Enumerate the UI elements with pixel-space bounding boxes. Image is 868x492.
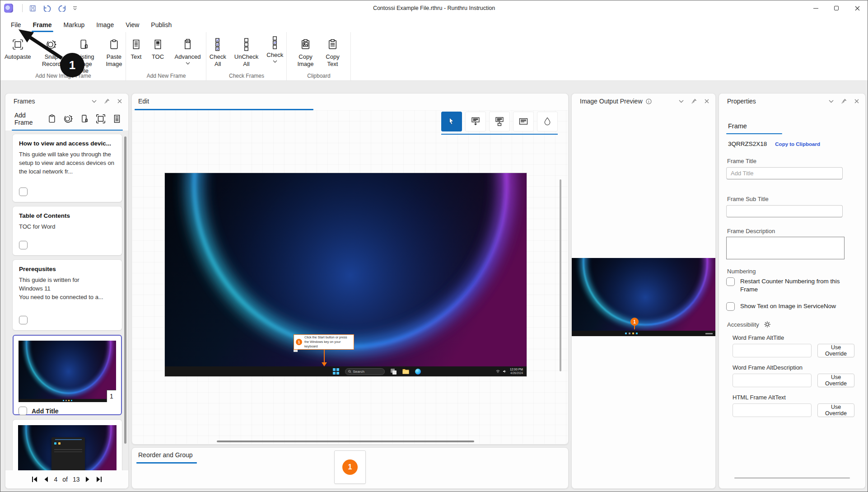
- textbox-tool-button[interactable]: [513, 112, 534, 131]
- frame-description-textarea[interactable]: [726, 237, 845, 259]
- autopaste-button[interactable]: Autopaste: [0, 36, 35, 61]
- chevron-down-icon[interactable]: [92, 100, 97, 103]
- last-page-icon[interactable]: [96, 476, 103, 483]
- html-alttext-input[interactable]: [733, 403, 812, 417]
- group-label-clipboard: Clipboard: [287, 73, 351, 79]
- blur-tool-button[interactable]: [537, 112, 558, 131]
- frame-card-5[interactable]: 2 Add Title: [13, 420, 122, 470]
- paste-image-icon: [108, 37, 120, 52]
- close-icon[interactable]: [705, 99, 709, 103]
- pin-icon[interactable]: [841, 98, 847, 104]
- copy-image-button[interactable]: Copy Image: [294, 36, 317, 68]
- html-alttext-label: HTML Frame AltText: [733, 394, 786, 401]
- preview-panel-header: Image Output Preview: [572, 94, 715, 109]
- gear-icon[interactable]: [764, 321, 771, 328]
- show-text-servicenow-checkbox[interactable]: [726, 302, 735, 311]
- menu-markup[interactable]: Markup: [58, 18, 91, 32]
- close-icon[interactable]: [117, 99, 122, 103]
- chevron-down-icon[interactable]: [829, 100, 834, 103]
- add-frame-file-button[interactable]: [79, 113, 89, 124]
- prev-page-icon[interactable]: [43, 476, 49, 483]
- callout-box[interactable]: 1 Click the Start button or press the Wi…: [294, 334, 354, 350]
- minimize-button[interactable]: [805, 0, 826, 16]
- add-frame-text-button[interactable]: [112, 113, 122, 124]
- frame-subtitle-label: Frame Sub Title: [727, 196, 769, 202]
- restart-numbering-label: Restart Counter Numbering from this Fram…: [740, 277, 857, 294]
- annotation-step-circle: 1: [60, 53, 84, 77]
- reorder-frame-item[interactable]: 1: [334, 450, 366, 484]
- properties-resize-grip[interactable]: [734, 478, 850, 478]
- copy-text-button[interactable]: Copy Text: [322, 36, 344, 68]
- taskbar-search-label: Search: [353, 370, 364, 374]
- quick-access-menu-button[interactable]: [73, 6, 77, 10]
- callout-arrow-icon: [470, 116, 481, 127]
- close-button[interactable]: [847, 0, 868, 16]
- word-alttitle-override-button[interactable]: Use Override: [817, 344, 854, 357]
- thumbnail-taskbar: [19, 399, 116, 402]
- word-altdescription-override-button[interactable]: Use Override: [817, 374, 854, 387]
- blur-droplet-icon: [542, 117, 552, 127]
- menu-view[interactable]: View: [120, 18, 145, 32]
- callout-arrow-tool-button[interactable]: [465, 112, 486, 131]
- check-all-button[interactable]: Check All: [206, 36, 229, 68]
- edited-screenshot[interactable]: 1 Click the Start button or press the Wi…: [165, 173, 527, 376]
- start-menu-overlay: [51, 437, 85, 470]
- toc-button[interactable]: TOC: [148, 36, 168, 61]
- check-button[interactable]: Check: [264, 34, 287, 64]
- frame-card-3[interactable]: Prerequsites This guide is written for W…: [13, 260, 122, 330]
- paste-image-button[interactable]: Paste Image: [103, 36, 126, 68]
- restart-numbering-checkbox[interactable]: [726, 277, 735, 286]
- edit-vertical-scrollbar[interactable]: [560, 179, 561, 371]
- menu-file[interactable]: File: [5, 18, 27, 32]
- add-frame-paste-button[interactable]: [47, 113, 57, 124]
- add-frame-snap-button[interactable]: [63, 113, 74, 124]
- frame-checkbox[interactable]: [19, 316, 28, 324]
- word-alttitle-label: Word Frame AltTitle: [733, 334, 784, 341]
- add-frame-label: Add Frame: [14, 112, 37, 126]
- callout-handle[interactable]: [294, 350, 298, 352]
- word-altdescription-input[interactable]: [733, 374, 812, 387]
- pin-icon[interactable]: [104, 98, 110, 104]
- edit-horizontal-scrollbar[interactable]: [217, 440, 474, 442]
- callout-connector-tool-button[interactable]: [489, 112, 510, 131]
- frame-title-input[interactable]: [726, 167, 843, 179]
- text-frame-button[interactable]: Text: [126, 36, 146, 61]
- pin-icon[interactable]: [691, 98, 697, 104]
- advanced-frame-button[interactable]: Advanced: [170, 36, 206, 66]
- uncheck-all-icon: [241, 37, 252, 52]
- frames-scrollbar[interactable]: [124, 136, 126, 444]
- redo-button[interactable]: [58, 5, 66, 12]
- frame-card-2[interactable]: Table of Contents TOC for Word: [13, 206, 122, 255]
- frame-subtitle-input[interactable]: [726, 205, 843, 217]
- show-text-servicenow-label: Show Text on Image in ServiceNow: [740, 302, 836, 311]
- word-alttitle-input[interactable]: [733, 344, 812, 357]
- frame-checkbox[interactable]: [19, 187, 28, 196]
- html-alttext-override-button[interactable]: Use Override: [817, 403, 854, 417]
- uncheck-all-button[interactable]: UnCheck All: [232, 36, 261, 68]
- chevron-down-icon[interactable]: [679, 100, 684, 103]
- menu-frame[interactable]: Frame: [27, 18, 58, 32]
- info-icon[interactable]: [646, 98, 652, 104]
- next-page-icon[interactable]: [85, 476, 91, 483]
- select-tool-button[interactable]: [441, 112, 462, 131]
- maximize-button[interactable]: [826, 0, 847, 16]
- undo-button[interactable]: [43, 5, 51, 12]
- save-button[interactable]: [29, 5, 37, 12]
- menu-publish[interactable]: Publish: [145, 18, 177, 32]
- frame-card-4-selected[interactable]: 1 Add Title: [13, 335, 122, 415]
- callout-arrow-head: [322, 362, 327, 366]
- output-preview-image[interactable]: 1: [572, 258, 715, 336]
- close-icon[interactable]: [854, 99, 859, 103]
- tab-frame[interactable]: Frame: [728, 122, 747, 130]
- menu-image[interactable]: Image: [90, 18, 120, 32]
- frame-checkbox[interactable]: [19, 241, 28, 249]
- minimize-icon: [813, 8, 818, 9]
- first-page-icon[interactable]: [31, 476, 38, 483]
- copy-to-clipboard-link[interactable]: Copy to Clipboard: [775, 141, 820, 147]
- preview-taskbar: [572, 331, 715, 336]
- frame-checkbox[interactable]: [19, 407, 27, 415]
- frame-card-1[interactable]: How to view and access devic... This gui…: [13, 134, 122, 202]
- edit-tab[interactable]: Edit: [132, 94, 568, 105]
- page-total: 13: [73, 476, 80, 483]
- add-frame-autopaste-button[interactable]: [95, 113, 106, 124]
